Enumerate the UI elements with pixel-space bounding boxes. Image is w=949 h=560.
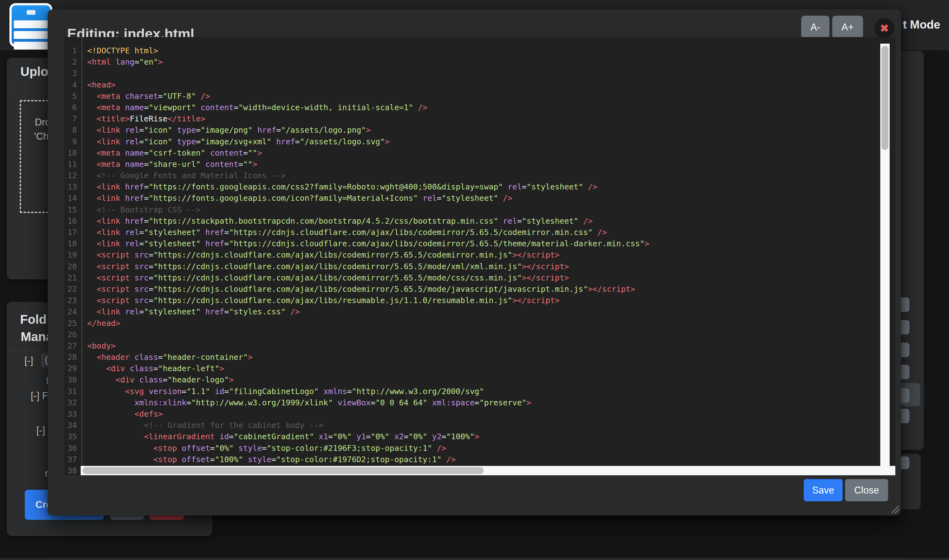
code-line: <linearGradient id="cabinetGradient" x1=…: [87, 431, 895, 442]
code-line: <!-- Bootstrap CSS -->: [87, 204, 895, 215]
code-line: [87, 329, 895, 340]
folder-card-title: Fold: [20, 312, 46, 326]
close-button[interactable]: Close: [845, 479, 888, 502]
code-line: <head>: [87, 79, 895, 91]
line-number: 28: [64, 352, 82, 363]
line-number: 19: [64, 249, 82, 261]
line-number: 6: [64, 102, 82, 113]
line-number: 16: [64, 215, 82, 227]
line-number: 23: [64, 295, 82, 306]
horizontal-scrollbar-thumb[interactable]: [83, 467, 484, 474]
line-number: 33: [64, 408, 82, 420]
code-line: <script src="https://cdnjs.cloudflare.co…: [87, 284, 895, 295]
line-number: 35: [64, 431, 82, 442]
upload-card-title: Uplo: [20, 65, 48, 79]
code-line: <title>FileRise</title>: [87, 113, 895, 125]
code-line: <svg version="1.1" id="filingCabinetLogo…: [87, 386, 895, 397]
code-line: <link rel="icon" type="image/svg+xml" hr…: [87, 136, 895, 148]
code-line: <!DOCTYPE html>: [87, 45, 895, 57]
code-line: <link href="https://fonts.googleapis.com…: [87, 182, 895, 192]
code-line: xmlns:xlink="http://www.w3.org/1999/xlin…: [87, 397, 895, 408]
code-line: <link rel="stylesheet" href="https://cdn…: [87, 227, 895, 238]
line-number: 12: [64, 170, 82, 182]
line-number: 2: [64, 57, 82, 68]
tree-item[interactable]: [-]: [36, 425, 45, 436]
line-number: 24: [64, 306, 82, 317]
line-number: 32: [64, 397, 82, 408]
font-increase-button[interactable]: A+: [832, 16, 863, 38]
line-number: 15: [64, 204, 82, 215]
code-line: <div class="header-left">: [87, 363, 895, 374]
code-line: <link rel="stylesheet" href="styles.css"…: [87, 306, 895, 317]
vertical-scrollbar[interactable]: [880, 44, 890, 475]
code-editor[interactable]: 1234567891011121314151617181920212223242…: [64, 37, 895, 475]
line-number: 5: [64, 91, 82, 102]
line-number: 26: [64, 329, 82, 340]
code-line: <stop offset="0%" style="stop-color:#219…: [87, 443, 895, 454]
line-number: 20: [64, 261, 82, 272]
horizontal-scrollbar[interactable]: [81, 466, 895, 475]
line-number: 30: [64, 374, 82, 386]
line-number: 9: [64, 136, 82, 148]
line-number: 7: [64, 113, 82, 125]
code-line: <meta name="viewport" content="width=dev…: [87, 102, 895, 113]
line-number: 22: [64, 284, 82, 295]
line-number: 34: [64, 420, 82, 431]
line-number: 31: [64, 386, 82, 397]
line-number: 17: [64, 227, 82, 238]
code-line: <script src="https://cdnjs.cloudflare.co…: [87, 295, 895, 306]
line-number: 36: [64, 443, 82, 454]
line-number: 38: [64, 465, 82, 475]
filerise-logo-icon: [9, 3, 52, 47]
line-number: 8: [64, 125, 82, 136]
cabinet-drawer-icon: [14, 20, 48, 28]
save-button[interactable]: Save: [804, 479, 843, 502]
line-number: 29: [64, 363, 82, 374]
edit-file-modal: Editing: index.html A- A+ ✖ 123456789101…: [48, 9, 901, 515]
code-line: <script src="https://cdnjs.cloudflare.co…: [87, 272, 895, 284]
vertical-scrollbar-thumb[interactable]: [881, 46, 889, 150]
line-number: 13: [64, 182, 82, 192]
cabinet-drawer-icon: [14, 42, 48, 49]
line-number: 21: [64, 272, 82, 284]
resize-handle[interactable]: [892, 506, 899, 514]
line-number: 4: [64, 79, 82, 91]
code-line: <meta charset="UTF-8" />: [87, 91, 895, 102]
page-bottom-edge: [0, 558, 949, 560]
line-number: 3: [64, 68, 82, 79]
line-number: 1: [64, 45, 82, 57]
code-line: <meta name="share-url" content="">: [87, 159, 895, 170]
line-number: 25: [64, 318, 82, 329]
code-line: </head>: [87, 318, 895, 329]
line-number: 11: [64, 159, 82, 170]
line-number-gutter: 1234567891011121314151617181920212223242…: [64, 37, 82, 475]
tree-root-toggle[interactable]: [-]: [25, 355, 33, 366]
code-line: <div class="header-logo">: [87, 374, 895, 386]
font-decrease-button[interactable]: A-: [801, 16, 829, 38]
tree-item[interactable]: [-] F: [31, 390, 48, 402]
code-line: <link rel="stylesheet" href="https://cdn…: [87, 238, 895, 249]
code-line: <!-- Google Fonts and Material Icons -->: [87, 170, 895, 182]
code-line: <header class="header-container">: [87, 352, 895, 363]
code-line: <script src="https://cdnjs.cloudflare.co…: [87, 249, 895, 261]
code-line: <body>: [87, 340, 895, 352]
code-line: <script src="https://cdnjs.cloudflare.co…: [87, 261, 895, 272]
line-number: 10: [64, 148, 82, 159]
code-line: <html lang="en">: [87, 57, 895, 68]
code-line: <link href="https://stackpath.bootstrapc…: [87, 215, 895, 227]
code-line: <link rel="icon" type="image/png" href="…: [87, 125, 895, 136]
close-icon[interactable]: ✖: [874, 18, 894, 38]
line-number: 37: [64, 454, 82, 465]
line-number: 18: [64, 238, 82, 249]
line-number: 27: [64, 340, 82, 352]
code-line: [87, 68, 895, 79]
line-number: 14: [64, 192, 82, 204]
code-line: <link href="https://fonts.googleapis.com…: [87, 192, 895, 204]
code-lines: <!DOCTYPE html><html lang="en"><head> <m…: [83, 37, 895, 475]
code-line: <!-- Gradient for the cabinet body -->: [87, 420, 895, 431]
cabinet-drawer-icon: [14, 31, 48, 39]
mode-toggle-label[interactable]: t Mode: [903, 18, 940, 31]
code-line: <defs>: [87, 408, 895, 420]
dropzone-text: 'Ch: [34, 131, 49, 142]
code-line: <meta name="csrf-token" content="">: [87, 148, 895, 159]
